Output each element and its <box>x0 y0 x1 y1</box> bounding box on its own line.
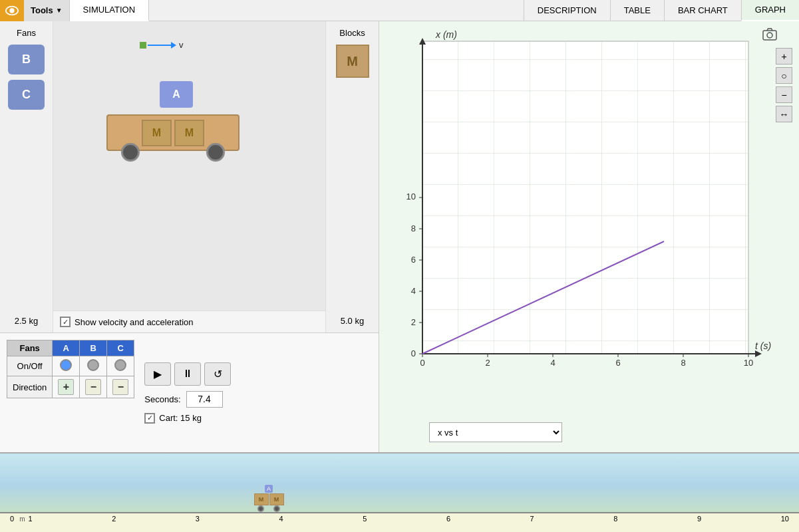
fan-b-direction-minus[interactable]: − <box>85 379 101 395</box>
fan-c-direction-cell: − <box>107 376 134 398</box>
ruler-tick-5: 5 <box>363 515 367 523</box>
svg-text:10: 10 <box>744 358 753 368</box>
svg-marker-9 <box>755 350 762 357</box>
show-velocity-checkbox[interactable] <box>60 317 71 327</box>
svg-text:2: 2 <box>485 358 490 368</box>
velocity-arrowhead-icon <box>171 42 176 49</box>
mini-fan-a-label: A <box>265 485 273 493</box>
graph-area: 0 2 4 6 8 10 0 2 4 6 8 10 <box>386 28 792 419</box>
zoom-in-button[interactable]: + <box>776 48 792 65</box>
fan-a-onoff-cell <box>53 356 80 376</box>
svg-point-1 <box>9 8 14 13</box>
blocks-column: Blocks M 5.0 kg <box>325 21 379 332</box>
cart-block-2: M <box>174 120 204 146</box>
ruler-tick-1: 1 <box>28 515 32 523</box>
onoff-row: On/Off <box>7 356 134 376</box>
ruler-tick-10: 10 <box>781 515 789 523</box>
mini-block-2: M <box>269 493 284 505</box>
cart-mass-row: Cart: 15 kg <box>144 413 231 424</box>
svg-text:t (s): t (s) <box>755 340 771 351</box>
svg-text:8: 8 <box>681 358 685 368</box>
tab-simulation[interactable]: SIMULATION <box>70 0 150 21</box>
cart-mass-label: Cart: 15 kg <box>159 413 202 423</box>
ruler-tick-6: 6 <box>446 515 450 523</box>
wheel-left-icon <box>121 143 140 162</box>
fan-c-button[interactable]: C <box>8 80 45 110</box>
ruler-tick-2: 2 <box>112 515 116 523</box>
main-content: Fans B C 2.5 kg v <box>0 21 799 452</box>
zoom-controls: + ○ − ↔ <box>776 48 792 122</box>
velocity-arrow-line <box>148 45 171 46</box>
wheel-right-icon <box>206 143 225 162</box>
fan-b-button[interactable]: B <box>8 45 45 74</box>
mini-wheel-left-icon <box>257 505 264 512</box>
fan-c-onoff-cell <box>107 356 134 376</box>
mini-block-1: M <box>254 493 269 505</box>
seconds-label: Seconds: <box>144 394 180 404</box>
block-m-draggable[interactable]: M <box>336 45 369 78</box>
svg-rect-5 <box>422 41 748 354</box>
blocks-mass-label: 5.0 kg <box>341 316 364 326</box>
svg-text:0: 0 <box>420 358 424 368</box>
ruler-tick-9: 9 <box>697 515 701 523</box>
svg-text:10: 10 <box>406 192 416 201</box>
cart-mass-checkbox[interactable] <box>144 413 155 424</box>
play-button[interactable]: ▶ <box>144 362 171 386</box>
seconds-row: Seconds: <box>144 391 231 408</box>
fans-label: Fans <box>17 28 36 38</box>
playback-buttons: ▶ ⏸ ↺ <box>144 362 231 386</box>
tab-table[interactable]: TABLE <box>610 0 664 21</box>
zoom-out-button[interactable]: − <box>776 86 792 103</box>
seconds-input[interactable] <box>186 391 223 408</box>
svg-text:x (m): x (m) <box>435 29 457 40</box>
tools-button[interactable]: Tools ▼ <box>24 0 70 21</box>
fans-table-header: Fans <box>7 340 53 356</box>
tab-description[interactable]: DESCRIPTION <box>524 0 610 21</box>
show-velocity-checkbox-label[interactable]: Show velocity and acceleration <box>60 317 194 327</box>
direction-label: Direction <box>7 376 53 398</box>
fan-a-direction-cell: + <box>53 376 80 398</box>
ruler-tick-7: 7 <box>530 515 534 523</box>
graph-svg: 0 2 4 6 8 10 0 2 4 6 8 10 <box>386 28 792 419</box>
reset-button[interactable]: ↺ <box>204 362 231 386</box>
tools-label: Tools <box>31 5 53 15</box>
bottom-area: A M M 0 m 1 2 3 4 5 6 7 8 9 10 <box>0 452 799 532</box>
tab-graph[interactable]: GRAPH <box>741 0 799 21</box>
fan-a-col-header: A <box>53 340 80 356</box>
pause-button[interactable]: ⏸ <box>174 362 201 386</box>
fans-mass-label: 2.5 kg <box>15 316 38 326</box>
controls-panel: Fans A B C On/Off Direction <box>0 332 379 452</box>
fans-table: Fans A B C On/Off Direction <box>7 340 134 398</box>
svg-text:4: 4 <box>550 358 555 368</box>
svg-text:2: 2 <box>411 317 416 327</box>
left-panel: Fans B C 2.5 kg v <box>0 21 379 452</box>
fan-b-col-header: B <box>80 340 107 356</box>
green-tick-icon <box>140 42 146 49</box>
ruler-unit: m <box>19 515 25 523</box>
cart-block-1: M <box>142 120 172 146</box>
fans-column: Fans B C 2.5 kg <box>0 21 53 332</box>
cart-container: A M M <box>106 114 240 151</box>
ruler-content: 0 m 1 2 3 4 5 6 7 8 9 10 <box>0 515 799 523</box>
fan-c-direction-minus[interactable]: − <box>112 379 128 395</box>
direction-row: Direction + − <box>7 376 134 398</box>
svg-text:6: 6 <box>615 358 620 368</box>
fan-a-toggle[interactable] <box>60 359 72 371</box>
fan-b-dir-container: − <box>85 379 101 395</box>
tab-bar-chart[interactable]: BAR CHART <box>664 0 741 21</box>
right-controls: ▶ ⏸ ↺ Seconds: Cart: 15 kg <box>144 340 231 446</box>
logo <box>0 0 24 21</box>
right-panel: 0 2 4 6 8 10 0 2 4 6 8 10 <box>379 21 799 452</box>
zoom-reset-button[interactable]: ○ <box>776 67 792 84</box>
show-velocity-row: Show velocity and acceleration <box>53 311 325 332</box>
fan-a-block[interactable]: A <box>160 81 193 108</box>
svg-text:8: 8 <box>411 223 416 233</box>
graph-type-dropdown[interactable]: x vs t <box>429 422 562 442</box>
fan-a-direction-plus[interactable]: + <box>58 379 74 395</box>
zoom-fit-button[interactable]: ↔ <box>776 106 792 122</box>
ruler-zero: 0 <box>10 515 14 523</box>
ruler: 0 m 1 2 3 4 5 6 7 8 9 10 <box>0 512 799 532</box>
ruler-tick-4: 4 <box>279 515 283 523</box>
fan-c-toggle[interactable] <box>114 359 126 371</box>
fan-b-toggle[interactable] <box>87 359 99 371</box>
